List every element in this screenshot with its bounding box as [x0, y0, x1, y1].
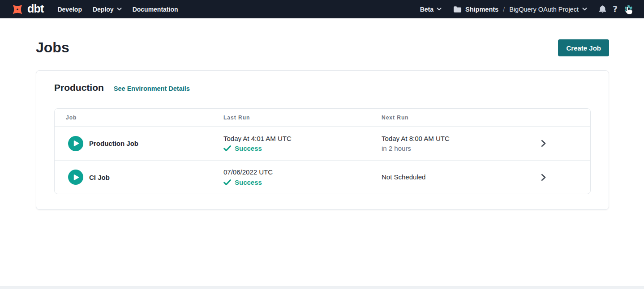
environment-card-header: Production See Environment Details	[54, 82, 591, 93]
job-name: CI Job	[89, 174, 110, 181]
nav-item-deploy-label: Deploy	[93, 6, 114, 13]
column-header-job: Job	[66, 115, 223, 121]
page-header: Jobs Create Job	[36, 39, 609, 57]
navbar-icon-group: ?	[599, 4, 633, 14]
page-content: Jobs Create Job Production See Environme…	[0, 39, 644, 210]
page-title: Jobs	[36, 40, 69, 55]
environment-details-link[interactable]: See Environment Details	[114, 85, 190, 92]
settings-button[interactable]	[624, 4, 633, 14]
project-account-name: Shipments	[465, 6, 498, 13]
project-picker[interactable]: Shipments / BigQuery OAuth Project	[453, 6, 587, 13]
beta-menu[interactable]: Beta	[420, 6, 442, 13]
dbt-logo[interactable]: dbt	[11, 3, 43, 16]
chevron-right-icon	[541, 140, 546, 147]
play-icon	[73, 174, 79, 181]
next-run-cell: Not Scheduled	[382, 173, 541, 182]
job-row-production-job[interactable]: Production Job Today At 4:01 AM UTC Succ…	[55, 127, 590, 160]
check-icon	[223, 179, 231, 185]
primary-nav: Develop Deploy Documentation	[57, 6, 178, 13]
chevron-down-icon	[437, 8, 442, 11]
nav-item-deploy[interactable]: Deploy	[93, 6, 122, 13]
row-open-chevron[interactable]	[541, 140, 579, 147]
jobs-table: Job Last Run Next Run Production Job Tod…	[54, 108, 591, 194]
job-name: Production Job	[89, 140, 138, 147]
chevron-down-icon	[117, 8, 122, 11]
next-run-cell: Today At 8:00 AM UTC in 2 hours	[382, 134, 541, 153]
create-job-button[interactable]: Create Job	[558, 39, 609, 56]
job-row-ci-job[interactable]: CI Job 07/06/2022 UTC Success Not Schedu…	[55, 160, 590, 194]
last-run-status: Success	[223, 144, 382, 153]
beta-label: Beta	[420, 6, 434, 13]
nav-item-develop-label: Develop	[57, 6, 82, 13]
nav-item-documentation[interactable]: Documentation	[133, 6, 178, 13]
bell-icon	[599, 5, 606, 13]
next-run-note: in 2 hours	[382, 144, 541, 153]
last-run-cell: 07/06/2022 UTC Success	[223, 168, 382, 187]
folder-icon	[453, 6, 462, 13]
chevron-right-icon	[541, 174, 546, 181]
navbar-right: Beta Shipments / BigQuery OAuth Project	[420, 4, 633, 14]
row-open-chevron[interactable]	[541, 174, 579, 181]
environment-name: Production	[54, 82, 104, 93]
nav-item-documentation-label: Documentation	[133, 6, 178, 13]
top-navbar: dbt Develop Deploy Documentation Beta	[0, 0, 644, 18]
column-header-last-run: Last Run	[223, 115, 382, 121]
play-icon	[73, 140, 79, 147]
dbt-logo-icon	[11, 3, 24, 16]
help-button[interactable]: ?	[613, 5, 618, 13]
last-run-cell: Today At 4:01 AM UTC Success	[223, 134, 382, 153]
chevron-down-icon	[582, 8, 587, 11]
jobs-table-header: Job Last Run Next Run	[55, 109, 590, 127]
gear-icon	[624, 4, 633, 14]
next-run-time: Not Scheduled	[382, 173, 541, 182]
status-label: Success	[235, 178, 262, 187]
environment-card: Production See Environment Details Job L…	[36, 70, 609, 210]
help-icon: ?	[613, 5, 618, 13]
status-label: Success	[235, 144, 262, 153]
last-run-status: Success	[223, 178, 382, 187]
run-job-button[interactable]	[68, 136, 83, 151]
project-name: BigQuery OAuth Project	[509, 6, 579, 13]
last-run-time: Today At 4:01 AM UTC	[223, 134, 382, 143]
last-run-time: 07/06/2022 UTC	[223, 168, 382, 177]
dbt-logo-text: dbt	[27, 3, 43, 14]
breadcrumb-separator: /	[503, 6, 505, 13]
nav-item-develop[interactable]: Develop	[57, 6, 82, 13]
page-bottom-strip	[0, 286, 644, 289]
job-cell: CI Job	[66, 170, 223, 185]
job-cell: Production Job	[66, 136, 223, 151]
run-job-button[interactable]	[68, 170, 83, 185]
next-run-time: Today At 8:00 AM UTC	[382, 134, 541, 143]
column-header-next-run: Next Run	[382, 115, 541, 121]
notifications-button[interactable]	[599, 5, 606, 13]
check-icon	[223, 145, 231, 151]
